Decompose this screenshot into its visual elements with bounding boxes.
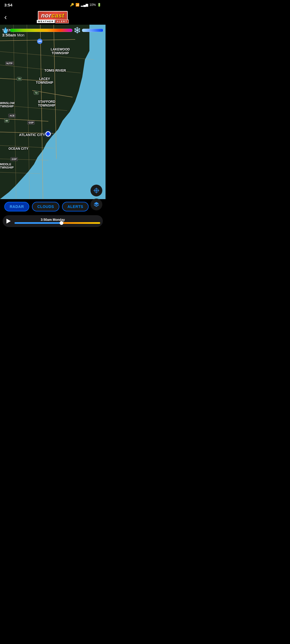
alerts-button[interactable]: ALERTS [62, 202, 89, 211]
status-time: 3:54 [4, 3, 12, 7]
wifi-icon: 📶 [75, 3, 79, 7]
svg-point-16 [95, 189, 99, 193]
playback-bar[interactable]: 3:50am Monday [3, 215, 103, 227]
logo-nor: nor [41, 12, 51, 19]
timeline-played [15, 222, 61, 224]
bottom-controls: RADAR CLOUDS ALERTS 3:50am Monday [0, 199, 106, 229]
logo-cast: cast [52, 12, 64, 19]
app-header: ‹ norcast WEATHER ALERT [0, 10, 106, 25]
snowflake-icon: ❄️ [74, 27, 81, 34]
playback-day: Monday [53, 218, 65, 222]
location-button[interactable] [90, 185, 102, 196]
mode-button-row: RADAR CLOUDS ALERTS [0, 199, 106, 214]
current-location-dot [45, 131, 51, 137]
map-timestamp: 3:50am Mon [2, 33, 24, 37]
battery-indicator: 10% [89, 3, 96, 7]
clouds-button[interactable]: CLOUDS [32, 202, 59, 211]
timeline-knob[interactable] [60, 221, 63, 225]
playback-time: 3:50am [41, 218, 52, 222]
radar-button[interactable]: RADAR [4, 202, 29, 211]
timeline-remaining [61, 222, 100, 224]
app-logo: norcast WEATHER ALERT [37, 11, 69, 23]
logo-alert: ALERT [55, 20, 69, 23]
layers-button[interactable] [90, 199, 102, 210]
location-icon [93, 188, 99, 193]
layers-icon [93, 202, 99, 207]
play-icon [6, 219, 11, 224]
timeline-slider[interactable] [15, 222, 100, 224]
back-button[interactable]: ‹ [4, 13, 7, 21]
snow-gradient [82, 29, 103, 32]
timestamp-time: 3:50am [2, 33, 16, 37]
logo-subtitle: WEATHER ALERT [37, 20, 69, 23]
precipitation-gradient [10, 29, 73, 32]
svg-point-15 [96, 190, 97, 191]
play-button[interactable] [5, 217, 12, 225]
map-container[interactable]: 💧 ❄️ 3:50am Mon TRENTON LAKEWOODTOWNSHIP… [0, 25, 106, 199]
key-icon: 🔑 [70, 3, 74, 7]
signal-icon: ▂▄▆ [81, 3, 88, 7]
status-bar: 3:54 🔑 📶 ▂▄▆ 10% 🔋 [0, 0, 106, 10]
status-icons: 🔑 📶 ▂▄▆ 10% 🔋 [70, 3, 101, 7]
logo-weather: WEATHER [37, 20, 55, 23]
timestamp-day: Mon [17, 33, 24, 37]
battery-icon: 🔋 [97, 3, 101, 7]
logo-brand: norcast [38, 11, 68, 20]
